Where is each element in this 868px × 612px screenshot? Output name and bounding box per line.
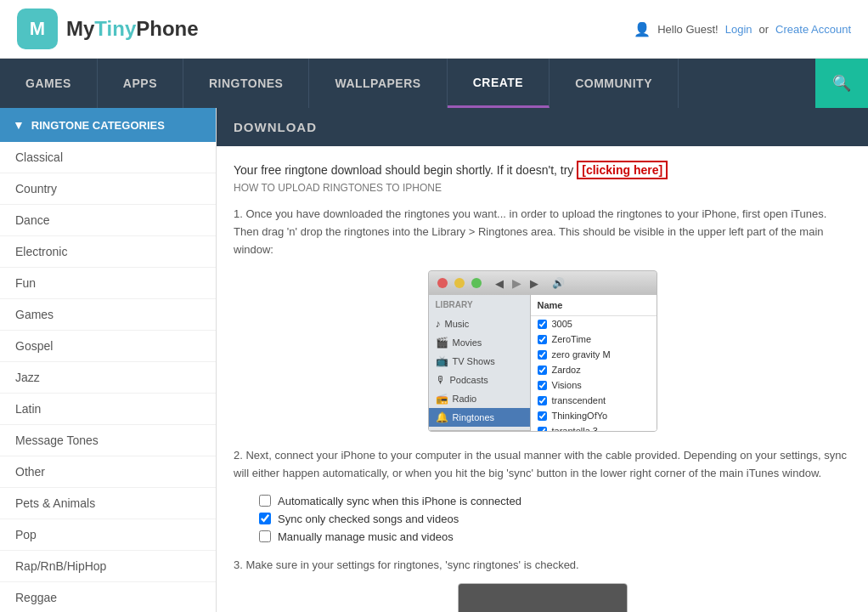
intro-paragraph: Your free ringtone download should begin… [234,163,851,177]
iphone-apple-logo [459,584,627,612]
step1-text: 1. Once you have downloaded the ringtone… [234,206,851,258]
nav-item-wallpapers[interactable]: WALLPAPERS [309,59,447,108]
category-jazz[interactable]: Jazz [0,362,216,393]
sync-checked-label: Sync only checked songs and videos [278,513,459,525]
category-dance[interactable]: Dance [0,205,216,235]
category-latin[interactable]: Latin [0,394,216,424]
itunes-track-8: tarantella 3 [531,423,657,432]
filter-icon: ▼ [13,118,25,132]
itunes-track-3: zero gravity M [531,347,657,362]
nav-item-ringtones[interactable]: RINGTONES [183,59,309,108]
checkbox-row-2: Sync only checked songs and videos [259,513,851,525]
itunes-back-icon: ◀ [495,277,504,290]
itunes-track-7: ThinkingOfYo [531,408,657,423]
auto-sync-label: Automatically sync when this iPhone is c… [278,495,521,507]
itunes-name-header: Name [531,295,657,316]
itunes-lib-tvshows: 📺 TV Shows [429,352,530,371]
logo-icon: M [17,8,58,49]
download-body: Your free ringtone download should begin… [217,146,868,612]
category-fun[interactable]: Fun [0,268,216,298]
nav-item-apps[interactable]: APPS [98,59,183,108]
checkbox-row-3: Manually manage music and videos [259,530,851,543]
nav-item-games[interactable]: GAMES [0,59,98,108]
main-content: DOWNLOAD Your free ringtone download sho… [217,108,868,612]
list-item: Rap/RnB/HipHop [0,551,216,582]
hello-guest-text: Hello Guest! [657,23,719,36]
auto-sync-checkbox[interactable] [259,495,271,507]
logo-my: My [66,17,94,40]
category-message-tones[interactable]: Message Tones [0,425,216,456]
category-classical[interactable]: Classical [0,142,216,173]
itunes-volume-icon: 🔊 [552,277,565,289]
itunes-track-2: ZeroTime [531,332,657,347]
nav-search-button[interactable]: 🔍 [815,59,868,108]
itunes-track-4: Zardoz [531,362,657,377]
category-gospel[interactable]: Gospel [0,331,216,361]
list-item: Gospel [0,331,216,362]
upload-title: HOW TO UPLOAD RINGTONES TO IPHONE [234,182,851,194]
category-games[interactable]: Games [0,299,216,330]
login-link[interactable]: Login [725,23,752,36]
nav-item-create[interactable]: CREATE [448,59,550,108]
sidebar-header-label: RINGTONE CATEGORIES [31,119,165,132]
category-pop[interactable]: Pop [0,519,216,550]
list-item: Fun [0,268,216,299]
itunes-top-bar: ◀ ▶ ▶ 🔊 [429,271,657,295]
itunes-lib-radio: 📻 Radio [429,389,530,408]
content-area: ▼ RINGTONE CATEGORIES Classical Country … [0,108,868,612]
itunes-track-5: Visions [531,377,657,393]
or-text: or [759,23,769,36]
user-icon: 👤 [634,21,651,37]
category-reggae[interactable]: Reggae [0,582,216,612]
manually-manage-label: Manually manage music and videos [278,530,454,543]
itunes-track-1: 3005 [531,316,657,332]
itunes-store-header: STORE [429,430,530,432]
close-dot [437,278,448,288]
itunes-lib-podcasts: 🎙 Podcasts [429,371,530,389]
list-item: Games [0,299,216,331]
manually-manage-checkbox[interactable] [259,530,271,542]
iphone-screenshot: Summary Info Ringtones [458,583,628,612]
movies-icon: 🎬 [436,337,448,348]
list-item: Dance [0,205,216,236]
category-country[interactable]: Country [0,173,216,204]
itunes-sidebar: LIBRARY ♪ Music 🎬 Movies 📺 TV Shows 🎙 Po… [429,295,531,431]
itunes-lib-music: ♪ Music [429,314,530,333]
sidebar-category-list: Classical Country Dance Electronic Fun G… [0,142,216,612]
logo-tiny: Tiny [94,17,136,40]
music-icon: ♪ [436,318,441,330]
clicking-here-link[interactable]: [clicking here] [577,161,668,179]
nav-item-community[interactable]: COMMUNITY [550,59,679,108]
sidebar-header: ▼ RINGTONE CATEGORIES [0,108,216,142]
itunes-lib-movies: 🎬 Movies [429,333,530,352]
ringtones-icon: 🔔 [436,411,448,423]
itunes-track-6: transcendent [531,393,657,408]
category-pets-animals[interactable]: Pets & Animals [0,488,216,518]
sidebar: ▼ RINGTONE CATEGORIES Classical Country … [0,108,217,612]
list-item: Jazz [0,362,216,394]
itunes-lib-ringtones: 🔔 Ringtones [429,408,530,427]
tvshows-icon: 📺 [436,355,448,367]
list-item: Message Tones [0,425,216,456]
header-right: 👤 Hello Guest! Login or Create Account [634,21,851,37]
header: M MyTinyPhone 👤 Hello Guest! Login or Cr… [0,0,868,59]
create-account-link[interactable]: Create Account [775,23,851,36]
list-item: Country [0,173,216,205]
download-header: DOWNLOAD [217,108,868,146]
intro-text: Your free ringtone download should begin… [234,163,573,177]
maximize-dot [471,278,482,288]
sync-checked-checkbox[interactable] [259,513,271,524]
logo-area: M MyTinyPhone [17,8,199,49]
radio-icon: 📻 [436,393,448,405]
category-other[interactable]: Other [0,456,216,487]
itunes-play-icon: ▶ [512,276,521,290]
checkbox-row-1: Automatically sync when this iPhone is c… [259,495,851,507]
category-electronic[interactable]: Electronic [0,236,216,267]
itunes-forward-icon: ▶ [530,277,538,290]
sync-options: Automatically sync when this iPhone is c… [259,495,851,543]
list-item: Latin [0,394,216,425]
itunes-main-panel: Name 3005 ZeroTime zero gravity M Zardoz… [531,295,657,431]
list-item: Pets & Animals [0,488,216,519]
list-item: Classical [0,142,216,173]
category-rap[interactable]: Rap/RnB/HipHop [0,551,216,581]
